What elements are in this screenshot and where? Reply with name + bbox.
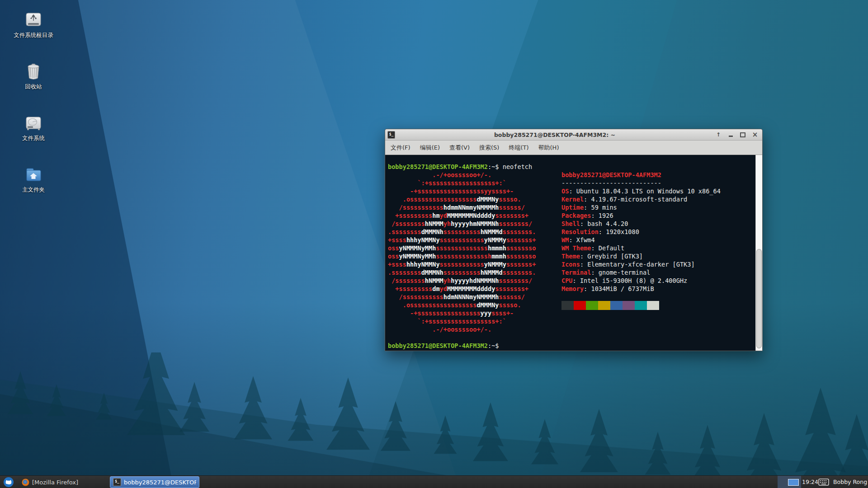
- task-label: bobby285271@DESKTOP…: [124, 479, 196, 486]
- pine-tree-silhouette: [691, 425, 725, 481]
- firefox-icon: [22, 479, 29, 486]
- clock[interactable]: 19:24: [802, 476, 818, 488]
- ascii-art-line: /sssssssshNMMMyhhyyyyhdNMMMNhssssssss/: [388, 277, 536, 285]
- neofetch-info-theme: Theme: Greybird [GTK3]: [561, 252, 721, 260]
- removable-drive-icon: [23, 11, 44, 30]
- terminal-window: $_ bobby285271@DESKTOP-4AFM3M2: ~ ↑ × 文件…: [385, 129, 763, 351]
- menu-item-terminal[interactable]: 终端(T): [507, 143, 530, 153]
- ascii-art-line: +sssssssssdmydMMMMMMMMddddyssssssss+: [388, 285, 536, 293]
- ascii-art-line: .ssssssssdMMMNhsssssssssshNMMMdssssssss.: [388, 228, 536, 236]
- desktop-icon-filesystem[interactable]: 文件系统: [10, 114, 57, 141]
- terminal-color-swatch: [586, 301, 598, 310]
- terminal-color-swatch: [574, 301, 586, 310]
- shade-button[interactable]: ↑: [714, 131, 722, 138]
- ascii-art-line: /ssssssssssshdmmNNmmyNMMMMhssssss/: [388, 203, 536, 211]
- hard-drive-icon: [23, 114, 44, 133]
- maximize-button[interactable]: [739, 131, 747, 138]
- terminal-icon: $_: [113, 478, 121, 486]
- pine-tree-silhouette: [381, 401, 410, 451]
- pine-tree-silhouette: [787, 388, 854, 488]
- ascii-art-line: .-/+oossssoo+/-.: [388, 171, 536, 179]
- task-label: [Mozilla Firefox]: [32, 479, 78, 486]
- ascii-art-line: +ssssssssshmydMMMMMMMNddddyssssssss+: [388, 211, 536, 220]
- desktop[interactable]: 文件系统根目录 回收站 文件系统 主文件夹: [0, 0, 868, 488]
- menu-item-help[interactable]: 帮助(H): [537, 143, 561, 153]
- whisker-menu-button[interactable]: [0, 476, 17, 488]
- trash-icon: [23, 62, 44, 81]
- pine-tree-silhouette: [47, 384, 66, 416]
- neofetch-info-os: OS: Ubuntu 18.04.3 LTS on Windows 10 x86…: [561, 187, 721, 195]
- neofetch-info-panel: bobby285271@DESKTOP-4AFM3M2-------------…: [561, 171, 721, 310]
- terminal-content[interactable]: bobby285271@DESKTOP-4AFM3M2:~$ neofetch …: [385, 155, 762, 351]
- desktop-icon-home[interactable]: 主文件夹: [10, 165, 57, 193]
- terminal-color-swatch: [561, 301, 574, 310]
- terminal-prompt-line: bobby285271@DESKTOP-4AFM3M2:~$ neofetch: [388, 163, 536, 171]
- desktop-icon-label: 回收站: [10, 83, 57, 90]
- pine-tree-silhouette: [326, 377, 370, 450]
- terminal-color-palette: [561, 301, 721, 310]
- neofetch-info-memory: Memory: 1034MiB / 6737MiB: [561, 285, 721, 293]
- minimize-button[interactable]: [726, 131, 735, 138]
- blank-line: [388, 333, 536, 342]
- menu-item-edit[interactable]: 编辑(E): [419, 143, 441, 153]
- pine-tree-silhouette: [580, 409, 618, 472]
- neofetch-info-packages: Packages: 1926: [561, 211, 721, 220]
- neofetch-info-icons: Icons: Elementary-xfce-darker [GTK3]: [561, 260, 721, 268]
- pine-tree-silhouette: [234, 376, 272, 439]
- terminal-scrollbar[interactable]: [755, 155, 762, 351]
- ascii-art-line: +sssshhhyNMMNyssssssssssssyNMMMysssssss+: [388, 260, 536, 268]
- ascii-art-line: `:+ssssssssssssssssss+:`: [388, 317, 536, 325]
- pager-window-miniature: [788, 479, 799, 486]
- pine-tree-silhouette: [473, 403, 508, 461]
- terminal-window-icon: $_: [387, 131, 395, 139]
- pine-tree-silhouette: [96, 393, 112, 420]
- desktop-icon-label: 文件系统: [10, 135, 57, 141]
- terminal-color-swatch: [623, 301, 635, 310]
- neofetch-info-uptime: Uptime: 59 mins: [561, 203, 721, 211]
- xubuntu-logo-icon: [3, 477, 14, 488]
- workspace-pager[interactable]: [778, 476, 801, 488]
- pine-tree-silhouette: [179, 382, 209, 432]
- desktop-icon-filesystem-root[interactable]: 文件系统根目录: [10, 11, 57, 38]
- close-button[interactable]: ×: [751, 131, 759, 138]
- neofetch-info-resolution: Resolution: 868x488: [561, 228, 721, 236]
- pine-tree-silhouette: [288, 398, 314, 441]
- terminal-prompt-line: bobby285271@DESKTOP-4AFM3M2:~$: [388, 342, 536, 350]
- wallpaper-treeline: [0, 352, 868, 488]
- terminal-output: bobby285271@DESKTOP-4AFM3M2:~$ neofetch …: [388, 163, 536, 350]
- pine-tree-silhouette: [645, 432, 671, 474]
- window-titlebar[interactable]: $_ bobby285271@DESKTOP-4AFM3M2: ~ ↑ ×: [385, 129, 762, 141]
- ascii-art-line: /ssssssssssshdmNNNNmyNMMMMhssssss/: [388, 293, 536, 301]
- ascii-art-line: .ossssssssssssssssssdMMMNysssso.: [388, 195, 536, 203]
- desktop-icon-trash[interactable]: 回收站: [10, 62, 57, 90]
- ascii-art-line: `:+ssssssssssssssssss+:`: [388, 179, 536, 187]
- pine-tree-silhouette: [531, 419, 558, 464]
- terminal-color-swatch: [598, 301, 610, 310]
- keyboard-input-icon[interactable]: [818, 479, 829, 486]
- ascii-art-line: .ssssssssdMMMNhsssssssssshNMMMdssssssss.: [388, 268, 536, 277]
- ascii-art-line: .-/+oossssoo+/-.: [388, 325, 536, 333]
- neofetch-info-kernel: Kernel: 4.19.67-microsoft-standard: [561, 195, 721, 203]
- neofetch-info-wm: WM: Xfwm4: [561, 236, 721, 244]
- ascii-art-line: -+ssssssssssssssssssyyssss+-: [388, 187, 536, 195]
- terminal-menubar: 文件(F) 编辑(E) 查看(V) 搜索(S) 终端(T) 帮助(H): [385, 141, 762, 155]
- desktop-icon-label: 主文件夹: [10, 186, 57, 193]
- taskbar: [Mozilla Firefox] $_ bobby285271@DESKTOP…: [0, 475, 868, 488]
- menu-item-view[interactable]: 查看(V): [448, 143, 471, 153]
- menu-item-file[interactable]: 文件(F): [389, 143, 412, 153]
- menu-item-search[interactable]: 搜索(S): [478, 143, 500, 153]
- pine-tree-silhouette: [434, 415, 457, 454]
- neofetch-info-terminal: Terminal: gnome-terminal: [561, 268, 721, 277]
- neofetch-info-cpu: CPU: Intel i5-9300H (8) @ 2.400GHz: [561, 277, 721, 285]
- ascii-art-line: +sssshhhyNMMNyssssssssssssyNMMMysssssss+: [388, 236, 536, 244]
- terminal-color-swatch: [610, 301, 623, 310]
- window-title: bobby285271@DESKTOP-4AFM3M2: ~: [395, 131, 714, 138]
- scrollbar-thumb[interactable]: [756, 249, 762, 348]
- terminal-color-swatch: [647, 301, 659, 310]
- pine-tree-silhouette: [8, 371, 33, 414]
- neofetch-info-wm-theme: WM Theme: Default: [561, 244, 721, 252]
- ascii-art-line: -+sssssssssssssssssyyyssss+-: [388, 309, 536, 317]
- taskbar-task-terminal[interactable]: $_ bobby285271@DESKTOP…: [110, 476, 199, 488]
- user-actions-button[interactable]: Bobby Rong: [833, 476, 867, 488]
- taskbar-task-firefox[interactable]: [Mozilla Firefox]: [19, 476, 108, 488]
